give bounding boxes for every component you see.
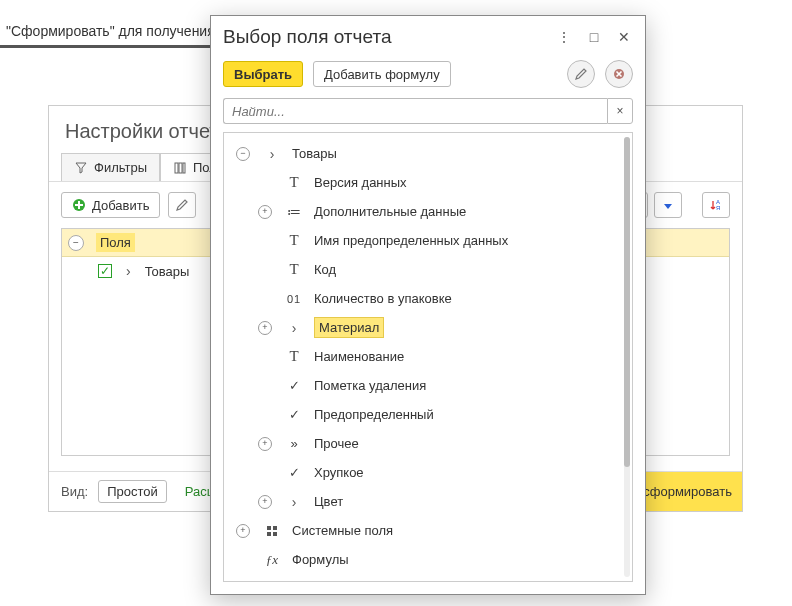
add-formula-button[interactable]: Добавить формулу <box>313 61 451 87</box>
edit-formula-button[interactable] <box>567 60 595 88</box>
add-button-label: Добавить <box>92 198 149 213</box>
tree-sys-label: Системные поля <box>292 523 628 538</box>
clear-search-icon[interactable]: × <box>607 98 633 124</box>
tree-item-label: Хрупкое <box>314 465 628 480</box>
type-icon: 01 <box>284 293 304 305</box>
tree-item-row[interactable]: Пометка удаления <box>228 371 628 400</box>
add-button[interactable]: Добавить <box>61 192 160 218</box>
plus-circle-icon <box>72 198 86 212</box>
background-hint-text: "Сформировать" для получения <box>6 23 215 39</box>
type-icon: T <box>284 261 304 278</box>
tree-item-label: Материал <box>314 320 628 335</box>
more-menu-icon[interactable]: ⋮ <box>555 29 573 45</box>
select-button-label: Выбрать <box>234 67 292 82</box>
tree-item-row[interactable]: TКод <box>228 255 628 284</box>
collapse-icon[interactable]: − <box>236 147 250 161</box>
edit-button[interactable] <box>168 192 196 218</box>
field-tree: − Товары TВерсия данных+Дополнительные д… <box>223 132 633 582</box>
tree-item-row[interactable]: Хрупкое <box>228 458 628 487</box>
tree-item-label: Пометка удаления <box>314 378 628 393</box>
field-item-label: Товары <box>145 264 190 279</box>
tree-item-label: Версия данных <box>314 175 628 190</box>
select-button[interactable]: Выбрать <box>223 61 303 87</box>
type-icon: T <box>284 174 304 191</box>
type-icon <box>284 436 304 451</box>
search-input[interactable] <box>223 98 607 124</box>
type-icon: T <box>284 348 304 365</box>
type-icon <box>284 378 304 393</box>
tree-item-label: Имя предопределенных данных <box>314 233 628 248</box>
tree-item-label: Количество в упаковке <box>314 291 628 306</box>
tab-filters-label: Фильтры <box>94 160 147 175</box>
expand-icon[interactable]: + <box>258 437 272 451</box>
tree-sys-row[interactable]: + Системные поля <box>228 516 628 545</box>
tree-formulas-label: Формулы <box>292 552 628 567</box>
grid-icon <box>262 526 282 536</box>
tree-item-label: Дополнительные данные <box>314 204 628 219</box>
tree-item-row[interactable]: 01Количество в упаковке <box>228 284 628 313</box>
svg-rect-0 <box>175 163 178 173</box>
tree-item-row[interactable]: +Цвет <box>228 487 628 516</box>
columns-icon <box>173 161 187 175</box>
tree-root-label: Товары <box>292 146 628 161</box>
tree-item-row[interactable]: Предопределенный <box>228 400 628 429</box>
tree-item-row[interactable]: TНаименование <box>228 342 628 371</box>
view-mode-simple[interactable]: Простой <box>98 480 167 503</box>
sort-button[interactable]: AЯ <box>702 192 730 218</box>
chevron-right-icon <box>126 263 131 279</box>
tree-item-label: Цвет <box>314 494 628 509</box>
tree-item-row[interactable]: +Материал <box>228 313 628 342</box>
svg-rect-2 <box>183 163 185 173</box>
fx-icon: ƒx <box>262 552 282 568</box>
type-icon <box>284 494 304 510</box>
move-down-button[interactable] <box>654 192 682 218</box>
tree-formulas-row[interactable]: ƒx Формулы <box>228 545 628 574</box>
type-icon <box>284 204 304 220</box>
expand-icon[interactable]: + <box>236 524 250 538</box>
tree-item-row[interactable]: TВерсия данных <box>228 168 628 197</box>
expand-icon[interactable]: + <box>258 205 272 219</box>
tree-item-row[interactable]: +Дополнительные данные <box>228 197 628 226</box>
tree-item-label: Код <box>314 262 628 277</box>
svg-rect-1 <box>179 163 182 173</box>
chevron-right-icon <box>262 146 282 162</box>
close-icon[interactable]: ✕ <box>615 29 633 45</box>
checkbox-checked-icon[interactable]: ✓ <box>98 264 112 278</box>
expand-icon[interactable]: + <box>258 321 272 335</box>
dialog-titlebar: Выбор поля отчета ⋮ □ ✕ <box>211 16 645 54</box>
tree-scrollbar-thumb[interactable] <box>624 137 630 467</box>
tree-root-row[interactable]: − Товары <box>228 139 628 168</box>
delete-formula-button[interactable] <box>605 60 633 88</box>
field-picker-dialog: Выбор поля отчета ⋮ □ ✕ Выбрать Добавить… <box>210 15 646 595</box>
collapse-icon[interactable]: − <box>68 235 84 251</box>
tree-item-label: Прочее <box>314 436 628 451</box>
type-icon <box>284 407 304 422</box>
add-formula-label: Добавить формулу <box>324 67 440 82</box>
dialog-toolbar: Выбрать Добавить формулу <box>211 54 645 94</box>
funnel-icon <box>74 161 88 175</box>
tree-item-row[interactable]: +Прочее <box>228 429 628 458</box>
type-icon <box>284 465 304 480</box>
dialog-search: × <box>211 94 645 132</box>
svg-text:Я: Я <box>716 205 720 211</box>
fields-root-label: Поля <box>96 233 135 252</box>
expand-icon[interactable]: + <box>258 495 272 509</box>
type-icon <box>284 320 304 336</box>
tree-item-label: Наименование <box>314 349 628 364</box>
dialog-title: Выбор поля отчета <box>223 26 391 48</box>
tree-item-label: Предопределенный <box>314 407 628 422</box>
maximize-icon[interactable]: □ <box>585 29 603 45</box>
view-label: Вид: <box>61 484 88 499</box>
tree-item-row[interactable]: TИмя предопределенных данных <box>228 226 628 255</box>
type-icon: T <box>284 232 304 249</box>
tab-filters[interactable]: Фильтры <box>61 153 160 181</box>
